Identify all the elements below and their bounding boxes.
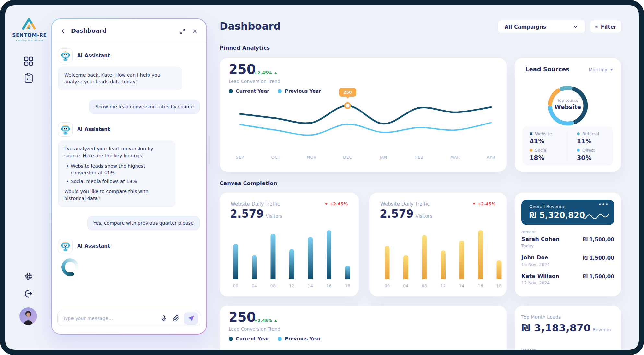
close-button[interactable] xyxy=(190,27,199,36)
leads-amount: ₪ 3,183,870Revenue xyxy=(521,322,612,334)
expand-button[interactable] xyxy=(178,27,187,36)
traffic-card-yellow: Website Daily Traffic +2.45% 2.579Visito… xyxy=(369,193,507,296)
ai-message-header: AI Assistant xyxy=(58,48,200,63)
robot-icon xyxy=(60,124,71,135)
legend-item-referral: Referral 11% xyxy=(568,131,606,145)
sidebar-item-reports[interactable] xyxy=(24,73,33,85)
legend-item-direct: Direct 30% xyxy=(568,148,606,161)
menu-dots-button[interactable]: ••• xyxy=(598,202,609,207)
campaigns-dropdown-value: All Campaigns xyxy=(505,24,546,30)
mic-icon xyxy=(161,315,167,322)
logo-icon xyxy=(20,16,39,31)
legend-current: Current Year xyxy=(236,336,269,341)
user-avatar[interactable] xyxy=(19,307,37,325)
legend-dot-current xyxy=(229,337,233,341)
campaigns-dropdown[interactable]: All Campaigns xyxy=(498,20,585,33)
ai-message-header: AI Assistant xyxy=(58,122,200,137)
bar-chart[interactable] xyxy=(369,193,507,296)
revenue-amount: ₪ 5,320,820 xyxy=(529,210,585,220)
back-button[interactable] xyxy=(59,27,68,36)
legend-dot xyxy=(577,149,580,152)
legend-value: 18% xyxy=(530,154,568,161)
lead-conversion-trend-card: 250 +2.45% Lead Conversion Trend Current… xyxy=(220,58,507,172)
settings-button[interactable] xyxy=(24,272,33,283)
top-source-label: Top source xyxy=(515,98,621,103)
top-source-value: Website xyxy=(515,103,621,110)
chat-input-bar xyxy=(57,311,200,326)
report-icon xyxy=(24,73,33,83)
legend-value: 30% xyxy=(577,154,606,161)
user-photo xyxy=(19,307,37,325)
ai-analysis-bullet: Social media follows at 18% xyxy=(66,178,169,185)
recent-amount: ₪ 1,500,00 xyxy=(583,255,614,261)
ai-avatar xyxy=(58,122,73,137)
sidebar: SENTOM-RE Building Your Future xyxy=(5,5,54,350)
legend-dot xyxy=(530,132,532,135)
ai-assistant-name: AI Assistant xyxy=(77,126,110,132)
recent-row: Sarah Cohen Today ₪ 1,500,00 xyxy=(521,236,614,248)
chat-messages: AI Assistant Welcome back, Kate! How can… xyxy=(58,46,200,303)
close-icon xyxy=(192,28,197,34)
legend-dot xyxy=(577,132,580,135)
robot-icon xyxy=(60,50,71,62)
expand-icon xyxy=(179,28,185,34)
logo-title: SENTOM-RE xyxy=(5,32,54,38)
legend-value: 41% xyxy=(530,137,568,145)
logout-button[interactable] xyxy=(24,289,33,300)
ai-chat-panel: Dashboard xyxy=(51,18,207,335)
ai-message-header: AI Assistant xyxy=(58,239,200,253)
recent-label: Recent xyxy=(521,230,536,234)
revenue-title: Overall Revenue xyxy=(529,204,565,209)
legend-dot-previous xyxy=(278,337,282,341)
chat-scrollbar[interactable] xyxy=(209,136,210,164)
filter-button[interactable]: Filter xyxy=(590,20,621,33)
grid-icon xyxy=(24,56,33,66)
leads-unit: Revenue xyxy=(592,327,612,332)
send-icon xyxy=(187,315,195,322)
revenue-summary: Overall Revenue ₪ 5,320,820 ••• xyxy=(521,200,614,225)
paperclip-icon xyxy=(173,315,179,322)
trend-subtitle: Lead Conversion Trend xyxy=(229,326,280,332)
ai-assistant-name: AI Assistant xyxy=(77,243,110,249)
recent-date: 15 Nov, 2024 xyxy=(521,262,614,267)
trend-delta: +2.45% xyxy=(254,318,277,323)
device-frame: SENTOM-RE Building Your Future xyxy=(0,0,644,355)
chevron-left-icon xyxy=(60,28,66,34)
loading-spinner xyxy=(61,258,79,276)
send-button[interactable] xyxy=(184,312,198,325)
ai-message: Welcome back, Kate! How can I help you a… xyxy=(58,67,182,90)
filter-icon xyxy=(595,24,598,30)
legend-item-website: Website 41% xyxy=(530,131,568,145)
caret-up-icon xyxy=(274,320,277,322)
bar-chart[interactable] xyxy=(220,193,359,296)
line-chart[interactable] xyxy=(220,58,507,172)
chevron-down-icon xyxy=(610,69,613,71)
ai-analysis-bullet: Website leads show the highest conversio… xyxy=(66,163,169,177)
recent-row: Kate Willson 12 Nov, 2024 ₪ 1,500,00 xyxy=(521,273,614,285)
lead-sources-card: Lead Sources Monthly Top source Website … xyxy=(515,58,621,172)
ai-avatar xyxy=(58,239,73,253)
range-dropdown[interactable]: Monthly xyxy=(589,67,613,72)
overall-revenue-card: Overall Revenue ₪ 5,320,820 ••• Recent S… xyxy=(515,193,621,296)
attach-button[interactable] xyxy=(172,314,181,323)
lead-sources-legend: Website 41% Referral 11% Social 18% Dire… xyxy=(522,126,613,166)
recent-amount: ₪ 1,500,00 xyxy=(583,237,614,243)
chat-header: Dashboard xyxy=(52,19,206,43)
range-dropdown-value: Monthly xyxy=(589,67,607,72)
trend-delta-value: +2.45% xyxy=(254,318,272,323)
recent-amount: ₪ 1,500,00 xyxy=(583,274,614,279)
user-message: Show me lead conversion rates by source xyxy=(89,100,200,114)
trend-value: 250 xyxy=(229,310,256,325)
mic-button[interactable] xyxy=(159,314,168,323)
page-title: Dashboard xyxy=(220,20,281,32)
legend-label: Social xyxy=(535,148,548,153)
recent-label: Recent xyxy=(521,348,536,350)
message-input[interactable] xyxy=(63,316,156,321)
logo-tagline: Building Your Future xyxy=(5,39,54,42)
leads-amount-value: ₪ 3,183,870 xyxy=(521,322,590,334)
chart-tooltip: 250 xyxy=(339,88,356,97)
sidebar-item-dashboard[interactable] xyxy=(24,56,33,67)
user-message: Yes, compare with previous quarter pleas… xyxy=(87,216,200,230)
trend-legend: Current Year Previous Year xyxy=(229,336,321,341)
top-month-leads-card: Top Month Leads ₪ 3,183,870Revenue Recen… xyxy=(515,306,621,350)
